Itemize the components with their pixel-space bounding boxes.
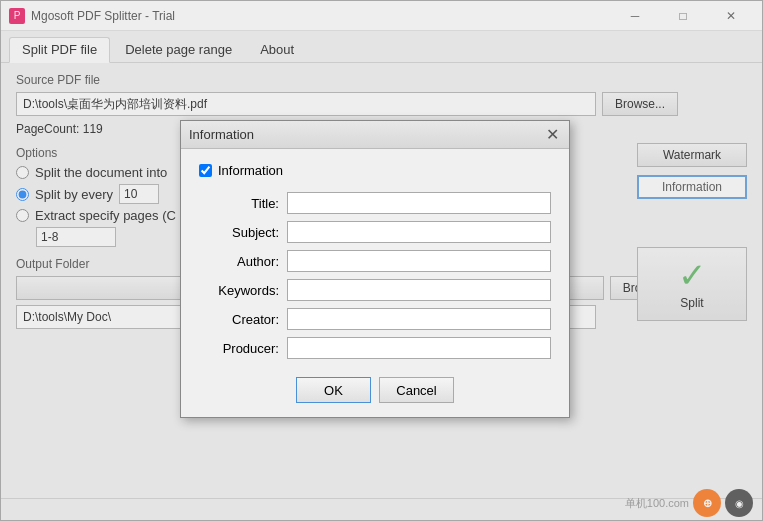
dialog-body: Information Title: Subject: Author: Keyw… [181, 149, 569, 417]
information-checkbox[interactable] [199, 164, 212, 177]
dialog-checkbox-row: Information [199, 163, 551, 178]
dialog-title: Information [189, 127, 254, 142]
title-label: Title: [199, 196, 279, 211]
cancel-button[interactable]: Cancel [379, 377, 454, 403]
subject-label: Subject: [199, 225, 279, 240]
title-input[interactable] [287, 192, 551, 214]
keywords-label: Keywords: [199, 283, 279, 298]
creator-label: Creator: [199, 312, 279, 327]
dialog-close-button[interactable]: ✕ [543, 126, 561, 144]
author-input[interactable] [287, 250, 551, 272]
author-label: Author: [199, 254, 279, 269]
information-dialog: Information ✕ Information Title: Subject… [180, 120, 570, 418]
producer-label: Producer: [199, 341, 279, 356]
information-checkbox-label: Information [218, 163, 283, 178]
creator-input[interactable] [287, 308, 551, 330]
producer-input[interactable] [287, 337, 551, 359]
ok-button[interactable]: OK [296, 377, 371, 403]
dialog-buttons: OK Cancel [199, 377, 551, 403]
subject-input[interactable] [287, 221, 551, 243]
dialog-form: Title: Subject: Author: Keywords: Creato… [199, 192, 551, 359]
keywords-input[interactable] [287, 279, 551, 301]
dialog-title-bar: Information ✕ [181, 121, 569, 149]
